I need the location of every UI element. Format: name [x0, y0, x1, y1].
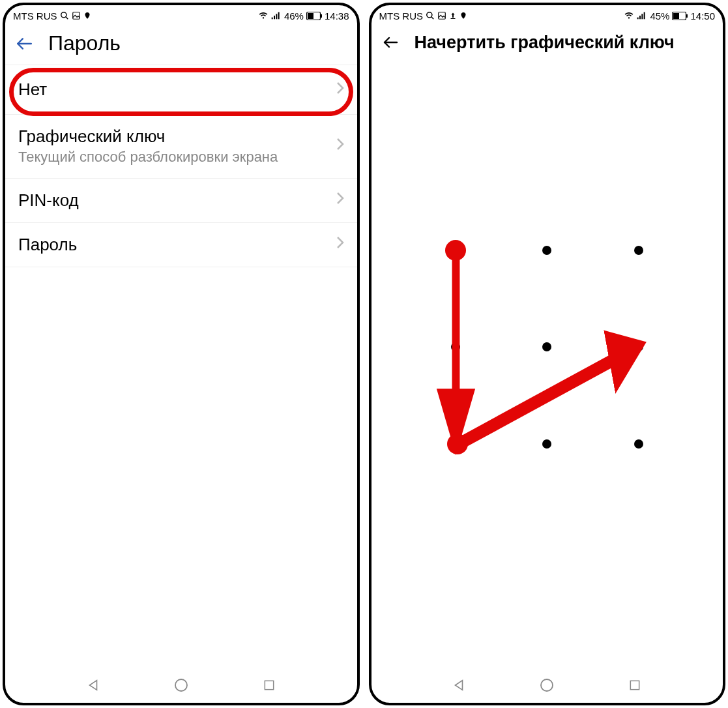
svg-rect-9	[321, 14, 322, 18]
pattern-dot-5[interactable]	[634, 342, 643, 351]
nav-home-button[interactable]	[521, 672, 573, 698]
status-bar: MTS RUS 46% 14:38	[5, 5, 357, 25]
chevron-right-icon	[336, 192, 344, 209]
nav-back-button[interactable]	[67, 672, 119, 698]
svg-rect-16	[439, 12, 446, 20]
option-label: Пароль	[18, 235, 336, 255]
svg-rect-20	[644, 12, 645, 20]
pattern-dot-1[interactable]	[542, 246, 551, 255]
pattern-dot-4[interactable]	[542, 342, 551, 351]
nav-home-button[interactable]	[155, 672, 207, 698]
clock-time: 14:50	[690, 10, 715, 22]
chevron-right-icon	[336, 81, 344, 98]
option-password[interactable]: Пароль	[5, 223, 357, 267]
option-pattern[interactable]: Графический ключ Текущий способ разблоки…	[5, 115, 357, 179]
pattern-dot-7[interactable]	[542, 439, 551, 449]
svg-rect-19	[642, 14, 643, 19]
carrier-label: MTS RUS	[379, 10, 424, 22]
screen-header: Пароль	[5, 25, 357, 65]
svg-point-12	[175, 679, 187, 691]
page-title: Начертить графический ключ	[415, 33, 675, 53]
signal-icon	[271, 11, 282, 20]
options-list: Нет Графический ключ Текущий способ разб…	[5, 65, 357, 668]
pattern-draw-area[interactable]	[371, 63, 723, 668]
screen-header: Начертить графический ключ	[371, 25, 723, 63]
image-icon	[72, 11, 81, 20]
back-arrow-icon	[381, 35, 400, 50]
carrier-label: MTS RUS	[13, 10, 57, 22]
svg-rect-23	[686, 14, 688, 18]
circle-home-icon	[539, 677, 555, 693]
signal-icon	[637, 11, 647, 20]
nav-recent-button[interactable]	[609, 672, 661, 698]
square-recent-icon	[263, 679, 276, 692]
image-icon	[437, 11, 446, 20]
svg-line-15	[431, 17, 434, 20]
svg-rect-2	[72, 12, 80, 20]
wifi-icon	[624, 11, 634, 20]
phone-password-options: MTS RUS 46% 14:38 Пароль Нет	[3, 3, 360, 705]
option-label: Графический ключ	[18, 126, 336, 147]
svg-rect-30	[630, 681, 639, 689]
battery-percent: 45%	[650, 10, 669, 22]
battery-percent: 46%	[284, 10, 304, 22]
svg-rect-3	[272, 18, 273, 20]
clock-time: 14:38	[325, 10, 349, 22]
svg-rect-22	[673, 13, 679, 19]
location-icon	[459, 11, 467, 20]
triangle-back-icon	[86, 678, 100, 692]
pattern-dot-2[interactable]	[634, 246, 643, 255]
svg-point-29	[541, 679, 553, 691]
svg-line-1	[65, 17, 68, 20]
wifi-icon	[258, 11, 269, 20]
svg-rect-8	[308, 13, 313, 19]
svg-rect-18	[639, 16, 641, 19]
svg-marker-11	[89, 681, 96, 690]
nav-recent-button[interactable]	[243, 672, 295, 698]
navigation-bar	[5, 668, 357, 703]
svg-rect-17	[637, 18, 639, 20]
option-pin[interactable]: PIN-код	[5, 179, 357, 223]
svg-point-0	[61, 12, 66, 18]
back-button[interactable]	[13, 33, 35, 55]
pattern-start-dot	[445, 240, 466, 261]
svg-rect-13	[265, 681, 273, 689]
location-icon	[83, 11, 91, 20]
option-label: PIN-код	[18, 190, 336, 211]
circle-home-icon	[173, 677, 189, 693]
back-button[interactable]	[379, 31, 401, 53]
status-bar: MTS RUS 45% 14:50	[371, 5, 723, 25]
option-label: Нет	[18, 80, 336, 100]
nav-back-button[interactable]	[433, 672, 485, 698]
svg-rect-5	[276, 14, 277, 19]
chevron-right-icon	[336, 236, 344, 253]
pattern-dot-3[interactable]	[451, 342, 460, 351]
back-arrow-icon	[14, 35, 34, 52]
pattern-arrow-annotation	[371, 63, 723, 668]
battery-icon	[672, 12, 688, 20]
option-sublabel: Текущий способ разблокировки экрана	[18, 148, 336, 166]
svg-rect-6	[278, 12, 280, 20]
page-title: Пароль	[48, 31, 121, 55]
svg-rect-4	[274, 16, 275, 19]
svg-marker-28	[456, 681, 463, 690]
search-icon	[426, 11, 435, 20]
svg-line-27	[459, 350, 631, 444]
chevron-right-icon	[336, 138, 344, 155]
pattern-dot-8[interactable]	[634, 439, 643, 449]
square-recent-icon	[628, 679, 641, 692]
option-none[interactable]: Нет	[5, 65, 357, 115]
phone-draw-pattern: MTS RUS 45% 14:50 Начертить графический …	[369, 3, 726, 705]
triangle-back-icon	[452, 678, 466, 692]
search-icon	[60, 11, 69, 20]
navigation-bar	[371, 668, 723, 703]
svg-point-14	[427, 12, 432, 18]
battery-icon	[306, 12, 322, 20]
pattern-mid-dot	[447, 434, 468, 454]
upload-icon	[449, 11, 457, 20]
